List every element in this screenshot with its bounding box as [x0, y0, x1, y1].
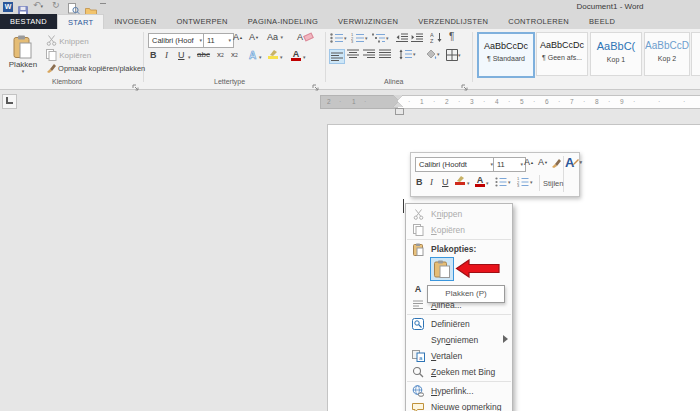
cut-button[interactable]: Knippen	[46, 35, 89, 46]
align-center-button[interactable]	[347, 49, 360, 59]
font-name-select[interactable]: Calibri (Hoof▾	[148, 33, 205, 48]
sort-button[interactable]: AZ	[430, 32, 443, 43]
shading-button[interactable]: ▾	[424, 49, 440, 60]
bullets-button[interactable]: ▾	[330, 33, 347, 43]
decrease-indent-button[interactable]	[396, 33, 409, 43]
text-effects-button[interactable]: A	[249, 50, 256, 61]
mini-highlight-button[interactable]	[455, 176, 465, 185]
style-card-geen-afstand[interactable]: AaBbCcDc¶ Geen afs...	[536, 32, 588, 76]
font-size-select[interactable]: 11▾	[203, 33, 234, 48]
font-color-button[interactable]: A	[291, 49, 301, 61]
tab-ontwerpen[interactable]: ONTWERPEN	[166, 14, 237, 29]
dialog-launcher-icon[interactable]	[132, 78, 140, 96]
superscript-button[interactable]: x2	[231, 50, 238, 59]
style-card-titel[interactable]: AaTitel	[691, 32, 700, 76]
mini-grow-font-button[interactable]: A▲	[524, 157, 534, 167]
red-annotation-arrow	[455, 259, 501, 278]
tab-beeld[interactable]: BEELD	[579, 14, 625, 29]
mini-font-size-select[interactable]: 11▾	[493, 157, 526, 172]
mini-font-color-button[interactable]: A	[475, 175, 485, 187]
chevron-down-icon[interactable]: ▾	[188, 55, 191, 60]
paragraph-icon	[411, 300, 425, 310]
menu-item-vertalen[interactable]: a Vertalen	[406, 348, 512, 364]
hanging-indent-marker[interactable]	[393, 102, 403, 107]
tab-pagina-indeling[interactable]: PAGINA-INDELING	[238, 14, 328, 29]
tab-bestand[interactable]: BESTAND	[0, 14, 57, 29]
comment-icon	[411, 402, 425, 411]
redo-icon[interactable]: ↻	[52, 0, 60, 10]
mini-numbering-button[interactable]: 123▾	[517, 177, 533, 187]
format-painter-button[interactable]: Opmaak kopiëren/plakken	[46, 63, 145, 73]
word-app-icon: W	[3, 2, 13, 12]
dialog-launcher-icon[interactable]	[461, 78, 469, 96]
mini-italic-button[interactable]: I	[430, 177, 433, 187]
text-cursor	[403, 199, 404, 213]
align-right-icon	[363, 49, 376, 59]
line-spacing-button[interactable]: ▾	[399, 49, 416, 60]
tab-verzendlijsten[interactable]: VERZENDLIJSTEN	[408, 14, 498, 29]
context-menu: Knippen Kopiëren Plakopties: A Lettertyp…	[405, 203, 513, 411]
menu-item-knippen[interactable]: Knippen	[406, 206, 512, 222]
tab-controleren[interactable]: CONTROLEREN	[498, 14, 579, 29]
justify-button[interactable]	[379, 49, 392, 59]
outdent-icon	[396, 33, 409, 43]
first-line-indent-marker[interactable]	[393, 95, 403, 100]
tab-selector[interactable]	[2, 94, 17, 109]
menu-item-nieuwe-opmerking[interactable]: Nieuwe opmerking	[406, 399, 512, 411]
align-left-button[interactable]	[329, 49, 345, 64]
tab-invoegen[interactable]: INVOEGEN	[104, 14, 166, 29]
left-indent-marker[interactable]	[395, 108, 404, 115]
indent-icon	[411, 33, 424, 43]
grow-font-button[interactable]: A▲	[233, 32, 243, 42]
mini-bullets-button[interactable]: ▾	[495, 177, 511, 187]
tab-start[interactable]: START	[57, 14, 104, 29]
title-bar: W ↶▾ ↻ ▾ Document1 - Word	[0, 0, 700, 14]
underline-button[interactable]: U	[178, 50, 185, 60]
mini-underline-button[interactable]: U	[442, 177, 449, 187]
menu-item-hyperlink[interactable]: Hyperlink...	[406, 383, 512, 399]
increase-indent-button[interactable]	[411, 33, 424, 43]
chevron-down-icon: ▾	[22, 69, 25, 74]
mini-styles-button[interactable]: A▾	[565, 155, 582, 170]
paste-keep-source-formatting-button[interactable]	[430, 257, 454, 281]
menu-item-definieren[interactable]: Definiëren	[406, 316, 512, 332]
show-paragraph-marks-button[interactable]: ¶	[449, 31, 454, 42]
mini-shrink-font-button[interactable]: A▼	[538, 157, 548, 167]
strikethrough-button[interactable]: abc	[197, 50, 210, 59]
style-card-standaard[interactable]: AaBbCcDc¶ Standaard	[477, 32, 535, 78]
copy-icon	[411, 224, 425, 236]
highlight-color-button[interactable]	[268, 50, 278, 59]
undo-icon[interactable]: ↶▾	[33, 0, 43, 10]
change-case-button[interactable]: Aa ▾	[267, 32, 283, 42]
dialog-launcher-icon[interactable]	[312, 78, 320, 96]
window-title: Document1 - Word	[530, 2, 690, 11]
format-painter-icon	[46, 63, 56, 73]
style-card-kop2[interactable]: AaBbCcDKop 2	[644, 32, 690, 76]
menu-item-synoniemen[interactable]: Synoniemen	[406, 332, 512, 348]
group-separator	[143, 32, 144, 82]
menu-item-kopieren[interactable]: Kopiëren	[406, 222, 512, 238]
tab-verwijzingen[interactable]: VERWIJZINGEN	[328, 14, 408, 29]
style-card-kop1[interactable]: AaBbC(Kop 1	[590, 32, 642, 76]
align-right-button[interactable]	[363, 49, 376, 59]
eraser-icon	[303, 32, 314, 41]
paste-button[interactable]: Plakken ▾	[4, 31, 42, 77]
mini-bold-button[interactable]: B	[416, 177, 423, 187]
copy-icon	[46, 49, 57, 61]
multilevel-list-button[interactable]: ▾	[372, 33, 389, 43]
group-separator	[325, 32, 326, 82]
borders-button[interactable]: ▾	[446, 49, 461, 61]
bold-button[interactable]: B	[150, 50, 157, 60]
italic-button[interactable]: I	[165, 50, 168, 60]
copy-button[interactable]: Kopiëren	[46, 49, 91, 61]
shrink-font-button[interactable]: A▼	[249, 32, 259, 42]
clipboard-icon	[13, 35, 33, 59]
menu-item-zoeken-met-bing[interactable]: Zoeken met Bing	[406, 364, 512, 380]
mini-font-name-select[interactable]: Calibri (Hoofdt▾	[415, 157, 496, 172]
justify-icon	[379, 49, 392, 59]
numbering-button[interactable]: 123▾	[351, 33, 368, 43]
clear-formatting-button[interactable]: A	[297, 32, 313, 42]
horizontal-ruler[interactable]: 2·1· ·1·2·3·4·5·6·7·8·9···	[320, 95, 700, 107]
mini-format-painter-button[interactable]	[551, 158, 561, 168]
subscript-button[interactable]: x2	[217, 50, 224, 59]
